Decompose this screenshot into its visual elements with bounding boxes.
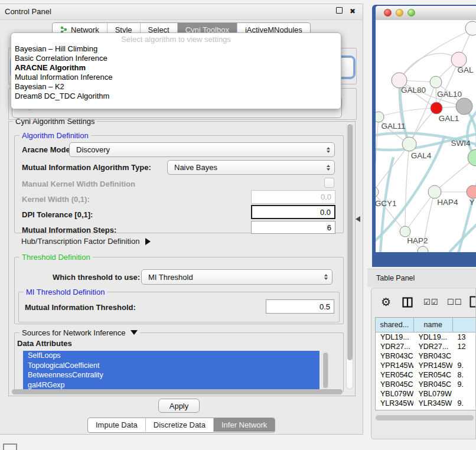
table-cell: YLR345W — [413, 399, 452, 408]
table-body: YDL19...YDL19...13YDR27...YDR27...12YBR0… — [376, 332, 476, 410]
table-cell: YLR345W — [376, 399, 413, 408]
sources-title[interactable]: Sources for Network Inference — [19, 328, 140, 337]
apply-button[interactable]: Apply — [158, 399, 200, 413]
control-panel-titlebar[interactable]: Control Panel ✖ — [0, 4, 363, 20]
close-icon[interactable]: ✖ — [350, 7, 356, 15]
combo-stepper-icon — [324, 274, 328, 280]
network-view-window: GALGAL80GAL10GAL1GAL11GAL4SWI4GCY1HAP4YH… — [372, 5, 476, 267]
collapse-arrow-icon[interactable] — [131, 330, 138, 335]
node-table[interactable]: shared...name YDL19...YDL19...13YDR27...… — [375, 317, 476, 410]
network-node-hap2[interactable] — [400, 226, 410, 237]
network-node-hap4[interactable] — [428, 185, 441, 198]
network-edge[interactable] — [405, 192, 435, 231]
mi-threshold-field[interactable]: 0.5 — [266, 299, 334, 314]
table-cell: 13 — [452, 332, 476, 342]
table-column-header[interactable] — [453, 318, 476, 332]
zoom-traffic-light-icon[interactable] — [407, 9, 415, 17]
table-row[interactable]: YDR27...YDR27...12 — [376, 342, 476, 351]
network-node[interactable] — [418, 246, 428, 252]
network-node-gal1[interactable] — [431, 102, 442, 114]
data-attribute-item[interactable]: TopologicalCoefficient — [23, 361, 319, 371]
algorithm-option[interactable]: ARACNE Algorithm — [11, 63, 341, 73]
data-attributes-label: Data Attributes — [17, 339, 72, 348]
table-cell: YBL079W — [413, 389, 452, 399]
network-window-titlebar[interactable] — [376, 6, 476, 21]
columns-icon[interactable] — [402, 297, 413, 308]
tab-impute-data[interactable]: Impute Data — [88, 418, 145, 432]
algorithm-option[interactable]: Bayesian – Hill Climbing — [11, 44, 341, 54]
table-column-header[interactable]: name — [414, 318, 453, 332]
dpi-tolerance-field[interactable]: 0.0 — [251, 205, 335, 219]
mi-steps-field[interactable]: 6 — [251, 221, 335, 234]
algorithm-option[interactable]: Bayesian – K2 — [11, 82, 341, 92]
combo-stepper-icon — [327, 147, 330, 153]
table-row[interactable]: YPR145WYPR145W9. — [376, 361, 476, 370]
table-horizontal-scrollbar[interactable] — [375, 415, 475, 420]
manual-kernel-checkbox[interactable] — [324, 178, 334, 188]
float-window-icon[interactable] — [336, 7, 343, 15]
mouse-cursor — [355, 216, 362, 223]
table-row[interactable]: YER054CYER054C8. — [376, 370, 476, 380]
table-cell: YDR27... — [376, 342, 413, 351]
settings-horizontal-scrollbar[interactable] — [12, 389, 343, 394]
aracne-mode-label: Aracne Mode: — [22, 145, 73, 154]
table-row[interactable]: YBR043CYBR043C — [376, 351, 476, 361]
expand-arrow-icon[interactable] — [145, 238, 151, 245]
select-all-icon[interactable]: ☑☑ — [423, 298, 438, 306]
table-cell: YER054C — [376, 370, 413, 380]
network-node[interactable] — [465, 21, 476, 35]
network-node-gal11[interactable] — [376, 112, 384, 122]
network-node[interactable] — [456, 98, 472, 115]
attributes-scrollbar[interactable] — [322, 351, 328, 389]
network-node-gal4[interactable] — [402, 137, 416, 151]
table-row[interactable]: YBR045CYBR045C9. — [376, 380, 476, 389]
network-node-y[interactable] — [467, 185, 476, 198]
table-row[interactable]: YIL052CYIL052C9 — [376, 408, 476, 410]
node-label-hap2: HAP2 — [407, 236, 428, 245]
settings-vertical-scrollbar[interactable] — [346, 122, 353, 389]
network-node-gal10[interactable] — [430, 76, 442, 88]
table-row[interactable]: YDL19...YDL19...13 — [376, 332, 476, 342]
table-header-row: shared...name — [376, 318, 476, 332]
hub-section-toggle[interactable]: Hub/Transcription Factor Definition — [21, 237, 151, 246]
node-label-gcy1: GCY1 — [376, 199, 396, 208]
network-node-gcy1[interactable] — [376, 187, 379, 197]
table-row[interactable]: YBL079WYBL079W — [376, 389, 476, 399]
node-label-y: Y — [469, 198, 474, 207]
table-cell: YBR043C — [413, 351, 452, 361]
data-attribute-item[interactable]: gal4RGexp — [23, 380, 319, 390]
threshold-definition-title: Threshold Definition — [19, 253, 93, 262]
table-cell: YER054C — [413, 370, 452, 380]
algorithm-option[interactable]: Dream8 DC_TDC Algorithm — [11, 92, 341, 101]
node-label-gal11: GAL11 — [381, 122, 405, 131]
table-cell: 8. — [452, 370, 476, 380]
gear-icon[interactable]: ⚙ — [381, 296, 391, 308]
algorithm-popup-prompt: Select algorithm to view settings — [11, 35, 341, 44]
algorithm-option[interactable]: Basic Correlation Inference — [11, 54, 341, 63]
deselect-all-icon[interactable]: ☐☐ — [447, 298, 462, 306]
network-canvas[interactable]: GALGAL80GAL10GAL1GAL11GAL4SWI4GCY1HAP4YH… — [376, 20, 476, 252]
network-edge[interactable] — [376, 117, 379, 192]
data-attribute-item[interactable]: BetweennessCentrality — [23, 370, 319, 380]
table-cell — [452, 389, 476, 399]
mi-threshold-label: Mutual Information Threshold: — [25, 303, 136, 312]
minimized-panel-icon[interactable] — [3, 444, 17, 450]
table-column-header[interactable]: shared... — [376, 318, 414, 332]
algorithm-option[interactable]: Mutual Information Inference — [11, 73, 341, 82]
kernel-width-field[interactable]: 0.0 — [251, 190, 335, 204]
network-edge[interactable] — [405, 144, 409, 231]
table-panel-title: Table Panel — [376, 274, 415, 282]
aracne-mode-combo[interactable]: Discovery — [69, 142, 335, 157]
which-threshold-combo[interactable]: MI Threshold — [141, 269, 332, 285]
table-row[interactable]: YLR345WYLR345W9. — [376, 399, 476, 408]
close-traffic-light-icon[interactable] — [384, 9, 392, 17]
node-label-swi4: SWI4 — [451, 139, 470, 148]
network-edge[interactable] — [379, 108, 436, 117]
tab-discretize-data[interactable]: Discretize Data — [145, 418, 213, 432]
mi-algorithm-type-combo[interactable]: Naive Bayes — [167, 160, 335, 175]
minimize-traffic-light-icon[interactable] — [396, 9, 403, 17]
table-cell: YDL19... — [376, 332, 413, 342]
tab-infer-network[interactable]: Infer Network — [213, 418, 275, 432]
document-icon[interactable] — [470, 296, 476, 308]
data-attribute-item[interactable]: SelfLoops — [23, 351, 319, 361]
